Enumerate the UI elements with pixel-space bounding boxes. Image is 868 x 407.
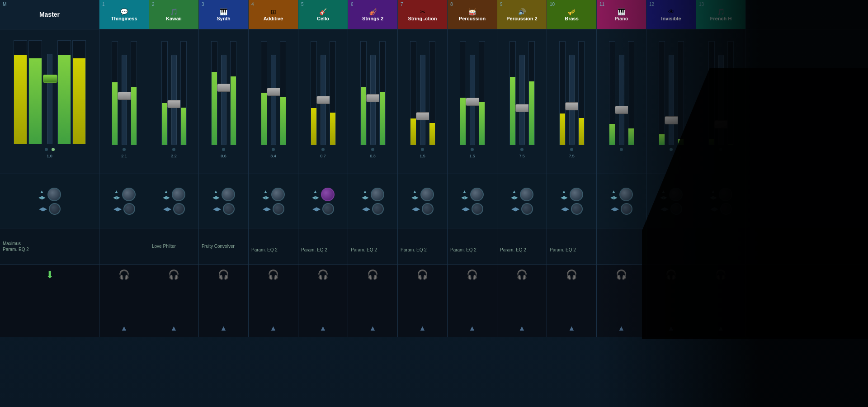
up-arrow-2[interactable]: ▲ xyxy=(170,324,178,332)
pan-knob-4[interactable] xyxy=(271,188,285,201)
pan-up-icon-M: ▲ xyxy=(40,189,44,194)
vu-meter-6-r xyxy=(379,41,386,145)
plugin2-5[interactable]: Param. EQ 2 xyxy=(301,247,345,252)
channel-header-10[interactable]: 10 🎺 Brass xyxy=(547,0,597,29)
fader-knob-1[interactable] xyxy=(118,92,132,100)
vu-fill-master-r xyxy=(29,58,42,144)
up-arrow-5[interactable]: ▲ xyxy=(320,324,327,332)
send-knob-4[interactable] xyxy=(273,203,284,215)
headphone-icon-9[interactable]: 🎧 xyxy=(516,269,528,280)
vu-meter-10-r xyxy=(578,41,585,145)
channel-header-12[interactable]: 12 👁 Invisible xyxy=(646,0,696,29)
send-knob-2[interactable] xyxy=(173,203,185,215)
channel-header-8[interactable]: 8 🥁 Percussion xyxy=(448,0,497,29)
fader-knob-9[interactable] xyxy=(515,104,530,112)
up-arrow-9[interactable]: ▲ xyxy=(519,324,526,332)
pan-knob-6[interactable] xyxy=(371,188,384,201)
send-knob-6[interactable] xyxy=(372,203,384,215)
master-ch-num: M xyxy=(3,2,6,7)
fader-knob-4[interactable] xyxy=(267,88,281,96)
send-knob-10[interactable] xyxy=(571,203,583,215)
send-row-8: ◀▶ xyxy=(462,203,483,215)
headphone-icon-6[interactable]: 🎧 xyxy=(367,269,378,280)
headphone-icon-11[interactable]: 🎧 xyxy=(616,269,627,280)
pan-knob-5[interactable] xyxy=(321,188,335,201)
headphone-icon-10[interactable]: 🎧 xyxy=(566,269,577,280)
plugin1-2[interactable]: Love Philter xyxy=(152,244,196,249)
headphone-icon-3[interactable]: 🎧 xyxy=(218,269,229,280)
send-knob-7[interactable] xyxy=(422,203,434,215)
channel-header-3[interactable]: 3 🎹 Synth xyxy=(199,0,249,29)
plugin2-4[interactable]: Param. EQ 2 xyxy=(251,247,295,252)
fader-knob-7[interactable] xyxy=(416,112,430,120)
pan-knob-10[interactable] xyxy=(570,188,583,201)
fader-knob-5[interactable] xyxy=(316,96,331,104)
channel-header-13[interactable]: 13 🎵 French H xyxy=(696,0,746,29)
channel-header-6[interactable]: 6 🎻 Strings 2 xyxy=(348,0,398,29)
pan-knob-8[interactable] xyxy=(470,188,484,201)
pan-knob-7[interactable] xyxy=(420,188,434,201)
headphone-icon-1[interactable]: 🎧 xyxy=(118,269,130,280)
send-knob-11[interactable] xyxy=(621,203,632,215)
up-arrow-3[interactable]: ▲ xyxy=(220,324,227,332)
bottom-channel-1: 🎧 ▲ xyxy=(99,265,149,337)
up-arrow-8[interactable]: ▲ xyxy=(469,324,476,332)
fader-knob-10[interactable] xyxy=(565,102,580,110)
channel-header-4[interactable]: 4 ⊞ Additive xyxy=(249,0,298,29)
plugin2-7[interactable]: Param. EQ 2 xyxy=(401,247,444,252)
vu-meter-4-l xyxy=(261,41,267,145)
up-arrow-4[interactable]: ▲ xyxy=(270,324,277,332)
pan-knob-9[interactable] xyxy=(520,188,533,201)
channel-header-5[interactable]: 5 🎸 Cello xyxy=(298,0,348,29)
up-arrow-6[interactable]: ▲ xyxy=(369,324,377,332)
fader-knob-2[interactable] xyxy=(167,100,182,108)
ch9-name: Percussion 2 xyxy=(506,16,537,21)
fader-knob-master[interactable] xyxy=(43,75,57,83)
channel-header-9[interactable]: 9 🔊 Percussion 2 xyxy=(497,0,547,29)
send-knob-5[interactable] xyxy=(322,203,334,215)
channel-header-2[interactable]: 2 🎵 Kawaii xyxy=(149,0,199,29)
fader-knob-8[interactable] xyxy=(466,98,480,106)
up-arrow-7[interactable]: ▲ xyxy=(419,324,426,332)
plugin2-8[interactable]: Param. EQ 2 xyxy=(450,247,494,252)
plugin1-M[interactable]: Maximus xyxy=(3,241,96,246)
plugin2-M[interactable]: Param. EQ 2 xyxy=(3,247,96,252)
channel-header-1[interactable]: 1 💬 Thinginess xyxy=(99,0,149,29)
send-knob-3[interactable] xyxy=(223,203,235,215)
pan-knob-11[interactable] xyxy=(619,188,633,201)
headphone-icon-4[interactable]: 🎧 xyxy=(268,269,279,280)
pan-knob-2[interactable] xyxy=(172,188,185,201)
up-arrow-10[interactable]: ▲ xyxy=(568,324,576,332)
pan-knob-M[interactable] xyxy=(47,188,61,201)
send-knob-1[interactable] xyxy=(123,203,135,215)
plugin2-10[interactable]: Param. EQ 2 xyxy=(550,247,594,252)
send-knob-M[interactable] xyxy=(49,203,61,215)
plugin2-9[interactable]: Param. EQ 2 xyxy=(500,247,544,252)
fader-knob-12[interactable] xyxy=(665,116,679,124)
channel-header-11[interactable]: 11 🎹 Piano xyxy=(597,0,646,29)
mixer-main: M Master 1 💬 Thinginess 2 🎵 Kawaii 3 🎹 S… xyxy=(0,0,868,407)
control-channel-8: ▲ ◀▶ ◀▶ xyxy=(448,174,497,228)
fader-knob-6[interactable] xyxy=(366,94,381,102)
channel-header-master[interactable]: M Master xyxy=(0,0,99,29)
pan-arrows-10: ▲ ◀▶ xyxy=(561,189,568,200)
headphone-icon-8[interactable]: 🎧 xyxy=(467,269,478,280)
headphone-icon-5[interactable]: 🎧 xyxy=(317,269,329,280)
headphone-icon-7[interactable]: 🎧 xyxy=(417,269,428,280)
send-knob-9[interactable] xyxy=(521,203,533,215)
channel-header-7[interactable]: 7 ✂ String..ction xyxy=(398,0,448,29)
send-knob-8[interactable] xyxy=(472,203,483,215)
fader-knob-3[interactable] xyxy=(217,84,231,92)
headphone-icon-2[interactable]: 🎧 xyxy=(168,269,179,280)
plugin1-3[interactable]: Fruity Convolver xyxy=(202,244,245,249)
pan-knob-1[interactable] xyxy=(122,188,136,201)
down-arrow-M[interactable]: ⬇ xyxy=(46,269,54,281)
fader-knob-11[interactable] xyxy=(615,106,629,114)
pan-knob-3[interactable] xyxy=(222,188,235,201)
bottom-channel-11: 🎧 ▲ xyxy=(597,265,646,337)
up-arrow-11[interactable]: ▲ xyxy=(618,324,625,332)
fader-channel-9: 7.5 xyxy=(497,29,547,174)
fader-value-2: 3.2 xyxy=(171,154,177,158)
up-arrow-1[interactable]: ▲ xyxy=(121,324,128,332)
plugin2-6[interactable]: Param. EQ 2 xyxy=(351,247,395,252)
